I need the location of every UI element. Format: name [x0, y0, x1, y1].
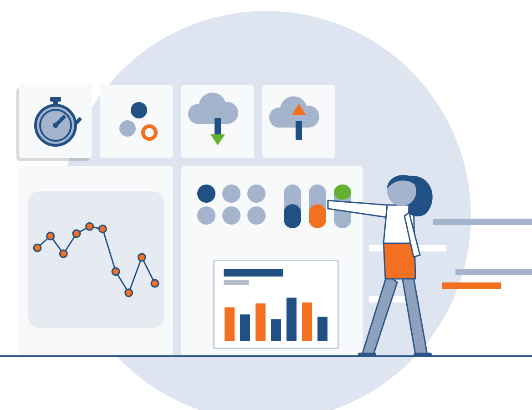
svg-point-21 [125, 289, 133, 297]
svg-rect-36 [224, 269, 283, 277]
svg-point-25 [222, 184, 240, 203]
svg-point-28 [222, 206, 240, 225]
svg-rect-41 [271, 319, 281, 341]
svg-rect-31 [284, 204, 301, 228]
svg-rect-39 [240, 314, 250, 341]
svg-point-22 [138, 254, 145, 261]
svg-point-8 [119, 120, 136, 137]
svg-point-24 [197, 184, 215, 203]
svg-point-26 [247, 184, 266, 203]
illustration-stage [0, 0, 532, 410]
svg-point-19 [99, 225, 106, 232]
svg-rect-40 [256, 303, 266, 341]
svg-point-9 [143, 126, 156, 139]
dots-cluster-icon [100, 85, 173, 158]
cloud-download-icon [181, 85, 254, 158]
tile-stopwatch [19, 85, 92, 158]
svg-point-14 [34, 244, 41, 251]
svg-point-6 [53, 123, 58, 128]
svg-point-7 [131, 102, 147, 118]
cloud-upload-icon [262, 85, 335, 158]
svg-rect-42 [286, 298, 297, 341]
line-chart-panel [28, 191, 164, 328]
svg-rect-43 [302, 302, 312, 341]
svg-point-15 [47, 232, 54, 240]
svg-marker-11 [210, 134, 225, 145]
svg-rect-38 [225, 308, 235, 341]
svg-point-17 [73, 230, 80, 237]
svg-rect-12 [296, 121, 302, 140]
tile-cloud-upload [262, 85, 335, 158]
person-illustration [319, 169, 474, 357]
stopwatch-icon [19, 85, 92, 158]
svg-point-27 [197, 206, 215, 225]
line-chart [28, 191, 164, 328]
tile-dots [100, 85, 173, 158]
svg-rect-10 [215, 118, 221, 136]
svg-point-18 [86, 223, 93, 230]
svg-point-23 [151, 280, 159, 287]
tile-cloud-download [181, 85, 254, 158]
svg-point-16 [60, 250, 67, 257]
svg-rect-37 [224, 280, 249, 285]
ground-line [0, 355, 532, 357]
svg-rect-3 [53, 101, 58, 105]
svg-point-29 [247, 206, 266, 225]
svg-point-20 [112, 268, 119, 275]
